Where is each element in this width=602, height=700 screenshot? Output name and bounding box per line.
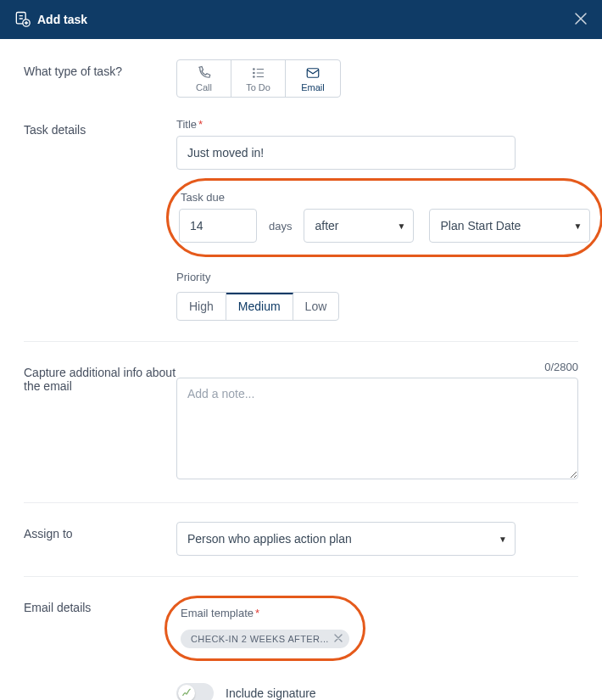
task-type-row: What type of task? Call To Do [24, 59, 578, 98]
task-details-row: Task details Title* Task due days after … [24, 118, 578, 321]
email-template-chip-text: CHECK-IN 2 WEEKS AFTER... [191, 634, 329, 644]
divider [24, 341, 578, 342]
due-unit-label: days [269, 220, 292, 232]
priority-medium[interactable]: Medium [226, 293, 293, 320]
svg-point-2 [253, 69, 254, 70]
task-type-email-label: Email [301, 82, 325, 92]
email-template-highlight: Email template* CHECK-IN 2 WEEKS AFTER..… [164, 596, 365, 661]
header-left: Add task [14, 10, 87, 30]
task-type-todo-label: To Do [246, 82, 270, 92]
signature-toggle[interactable] [176, 683, 214, 700]
due-reference-select[interactable]: Plan Start Date [429, 209, 590, 243]
task-type-tabs: Call To Do Email [176, 59, 341, 98]
task-type-email[interactable]: Email [286, 60, 340, 97]
modal-title: Add task [37, 13, 87, 26]
svg-point-3 [253, 72, 254, 74]
phone-icon [177, 65, 231, 81]
title-label: Title* [176, 118, 602, 131]
note-row: Capture additional info about the email … [24, 361, 578, 482]
assign-select[interactable]: Person who applies action plan [176, 522, 516, 556]
task-due-controls: days after ▼ Plan Start Date ▼ [179, 209, 590, 243]
modal-body: What type of task? Call To Do [0, 39, 602, 700]
email-details-label: Email details [24, 596, 176, 700]
close-icon[interactable] [573, 11, 588, 29]
svg-rect-5 [307, 69, 319, 78]
priority-low[interactable]: Low [293, 293, 339, 320]
required-marker: * [255, 607, 259, 619]
priority-group: High Medium Low [176, 292, 339, 321]
title-input[interactable] [176, 136, 516, 170]
email-details-row: Email details Email template* CHECK-IN 2… [24, 596, 578, 700]
required-marker: * [198, 118, 203, 131]
task-details-label: Task details [24, 118, 176, 321]
modal-header: Add task [0, 0, 602, 39]
assign-row: Assign to Person who applies action plan… [24, 522, 578, 556]
task-type-todo[interactable]: To Do [231, 60, 286, 97]
task-type-call-label: Call [196, 82, 212, 92]
priority-label: Priority [176, 271, 602, 283]
chip-remove-icon[interactable] [334, 634, 343, 644]
divider [24, 576, 578, 577]
svg-point-4 [253, 76, 254, 78]
note-charcount: 0/2800 [544, 361, 578, 373]
email-template-chip[interactable]: CHECK-IN 2 WEEKS AFTER... [181, 630, 349, 648]
list-icon [231, 65, 285, 81]
task-type-call[interactable]: Call [177, 60, 231, 97]
signature-label: Include signature [226, 686, 316, 700]
due-number-input[interactable] [179, 209, 257, 243]
due-relation-select[interactable]: after [304, 209, 414, 243]
email-template-label: Email template* [181, 607, 349, 619]
task-due-highlight: Task due days after ▼ Plan Start Date [166, 178, 602, 257]
task-due-label: Task due [179, 191, 590, 204]
priority-high[interactable]: High [177, 293, 226, 320]
task-type-label: What type of task? [24, 59, 176, 98]
add-task-icon [14, 10, 31, 30]
signature-row: Include signature [176, 683, 578, 700]
divider [24, 502, 578, 503]
envelope-icon [286, 65, 340, 81]
note-label: Capture additional info about the email [24, 361, 176, 482]
toggle-knob [178, 685, 195, 700]
assign-label: Assign to [24, 522, 176, 556]
note-textarea[interactable] [176, 378, 578, 479]
